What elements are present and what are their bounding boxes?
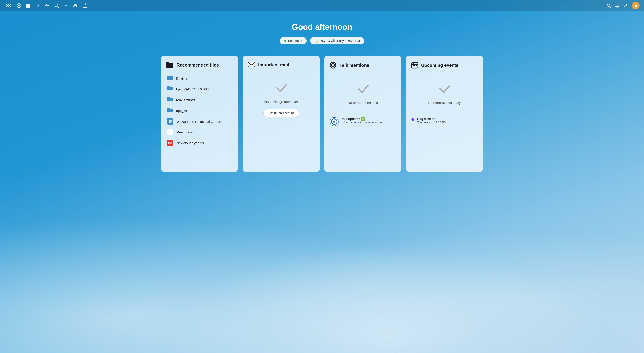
account-icon[interactable] [624,3,628,8]
nav-search[interactable] [54,3,59,8]
set-status-label: Set status [288,39,302,43]
notifications-icon[interactable] [615,3,620,8]
upcoming-events-card: Upcoming events No more events today Hug… [406,56,483,172]
status-dot [284,40,286,42]
topbar-right: E [606,2,640,10]
svg-rect-20 [83,4,87,8]
important-mail-header: Important mail [248,62,314,68]
svg-point-13 [37,5,39,7]
mail-empty-state: No message found yet Set up an account [248,73,314,126]
nav-mail[interactable] [64,3,68,8]
docx-icon [167,118,174,125]
checkmark-icon [274,82,288,96]
event-item[interactable]: Hug a friend Tomorrow at 12:00 PM [411,117,478,124]
svg-rect-25 [85,6,86,7]
talk-mention-item[interactable]: Talk updates ✅ - You can now change your… [330,117,396,126]
events-checkmark-icon [438,83,451,97]
talk-mentions-icon [330,62,336,69]
svg-point-5 [8,5,9,6]
file-name-welcome: Welcome to Nextcloud ... .docx [176,120,222,123]
talk-mentions-card: Talk mentions No unread mentions [324,56,402,172]
weather-button[interactable]: 🌙 -0.7 °C Clear sky at 6:00 PM [310,37,364,44]
nav-home[interactable] [16,3,22,8]
folder-icon [167,97,173,103]
nav-photos[interactable] [35,3,40,8]
svg-point-4 [6,5,8,6]
folder-icon [167,75,173,82]
nav-calendar[interactable] [82,3,87,8]
recommended-files-title: Recommended files [176,63,219,68]
recommended-files-header: Recommended files [166,62,233,68]
file-list: Devices lge_LG-D855_LGD855b... [166,74,233,148]
svg-rect-36 [248,62,255,67]
upcoming-events-title: Upcoming events [421,63,458,68]
weather-icon: 🌙 [314,39,318,43]
weather-text: -0.7 °C Clear sky at 6:00 PM [320,39,360,43]
file-item-welcome[interactable]: Welcome to Nextcloud ... .docx [166,117,233,126]
cloud-background [0,177,644,353]
folder-icon [167,108,173,114]
svg-rect-24 [84,6,84,7]
user-avatar[interactable]: E [632,2,640,10]
greeting-text: Good afternoon [4,23,640,32]
svg-rect-48 [416,65,417,66]
file-name-readme: Readme.md [176,130,194,134]
event-time: Tomorrow at 12:00 PM [417,121,446,124]
talk-mentions-header: Talk mentions [330,62,396,69]
svg-point-19 [76,5,77,6]
readme-icon [167,129,174,135]
svg-point-28 [625,4,626,6]
talk-avatar [330,117,338,126]
svg-point-40 [332,65,334,66]
file-name-devices: Devices [176,77,188,80]
folder-icon [167,86,173,92]
talk-mentions-title: Talk mentions [340,63,369,68]
file-name-rom: rom_settings [176,98,195,102]
talk-checkmark-icon [356,83,370,97]
svg-line-16 [58,7,59,8]
file-item-readme[interactable]: Readme.md [166,127,233,137]
svg-rect-46 [413,65,414,66]
svg-point-6 [10,5,11,6]
talk-empty-text: No unread mentions [348,101,378,105]
set-status-button[interactable]: Set status [280,37,306,44]
svg-point-8 [18,5,20,6]
upcoming-events-header: Upcoming events [411,62,478,69]
mail-empty-text: No message found yet [264,100,298,104]
file-name-pdf: Nextcloud flyer.pdf [176,141,204,145]
file-name-applist: app_list [176,109,188,113]
topbar-left [4,2,87,10]
event-name: Hug a friend [417,117,446,121]
file-item-pdf[interactable]: PDF Nextcloud flyer.pdf [166,138,233,148]
event-dot [411,118,414,121]
nav-files[interactable] [26,3,31,8]
svg-rect-17 [64,4,68,7]
file-item-lge[interactable]: lge_LG-D855_LGD855b... [166,84,233,94]
search-icon[interactable] [606,3,611,8]
nav-activity[interactable] [45,3,50,8]
svg-point-14 [39,5,40,5]
topbar-nav [16,3,87,8]
upcoming-events-icon [411,62,418,69]
file-name-lge: lge_LG-D855_LGD855b... [176,87,215,91]
file-item-devices[interactable]: Devices [166,74,233,83]
svg-point-18 [74,4,76,6]
events-empty-state: No more events today [411,74,478,114]
event-content: Hug a friend Tomorrow at 12:00 PM [417,117,446,124]
file-item-applist[interactable]: app_list [166,106,233,116]
topbar: E [0,0,644,11]
nav-contacts[interactable] [73,3,78,8]
file-item-rom[interactable]: rom_settings [166,95,233,105]
nextcloud-logo[interactable] [4,2,12,10]
talk-message: - You can now change your cam... [341,121,385,124]
status-bar: Set status 🌙 -0.7 °C Clear sky at 6:00 P… [4,37,640,44]
setup-account-button[interactable]: Set up an account [263,109,299,117]
cards-grid: Recommended files Devices [161,56,483,172]
talk-sender: Talk updates ✅ [341,117,385,121]
important-mail-card: Important mail No message found yet Set … [242,56,320,172]
recommended-files-icon [166,62,174,68]
important-mail-icon [248,62,255,68]
important-mail-title: Important mail [258,62,289,67]
pdf-icon: PDF [167,140,174,146]
recommended-files-card: Recommended files Devices [161,56,238,172]
